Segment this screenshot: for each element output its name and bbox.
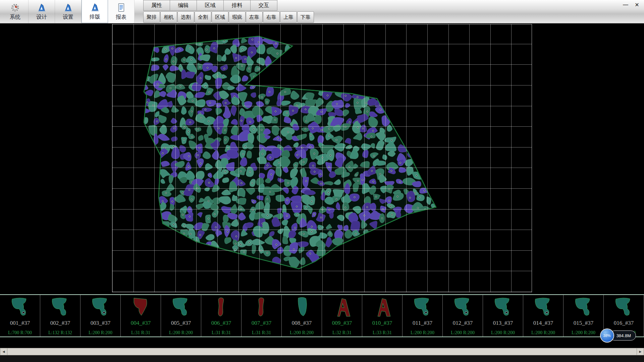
main-toolbar: 系统设计设置排版报表 [0,0,135,23]
design-icon [37,3,47,13]
piece-shape-icon [161,296,201,320]
piece-id-label: 012_#37 [453,320,473,326]
action-button-cut-all[interactable]: 全割 [195,11,211,23]
leather-hide-nest[interactable] [112,24,532,292]
piece-thumbnail-003_#37[interactable]: 003_#37L:200 R:200 [80,295,121,337]
action-button-align-bottom[interactable]: 下靠 [297,11,314,23]
piece-id-label: 004_#37 [131,320,151,326]
piece-shape-icon [41,296,80,320]
window-controls: — ✕ [621,1,641,8]
piece-shape-icon [564,296,603,320]
piece-lr-label: L:200 R:200 [411,330,434,336]
minimize-button[interactable]: — [621,1,630,8]
action-button-cluster-nest[interactable]: 聚排 [143,11,160,23]
scroll-left-button[interactable]: ◀ [0,348,7,355]
piece-id-label: 007_#37 [252,320,272,326]
toolbar-button-label: 系统 [10,14,20,21]
piece-thumbnail-013_#37[interactable]: 013_#37L:200 R:200 [483,295,523,337]
action-button-region[interactable]: 区域 [212,11,228,23]
piece-thumbnail-011_#37[interactable]: 011_#37L:200 R:200 [402,295,443,337]
piece-id-label: 013_#37 [493,320,513,326]
piece-thumbnail-002_#37[interactable]: 002_#37L:132 R:132 [40,295,80,337]
bottom-filler [0,355,644,362]
application-window: 系统设计设置排版报表 属性编辑区域排料交互 聚排相机选割全割区域瑕疵左靠右靠上靠… [0,0,644,362]
menu-tab-properties[interactable]: 属性 [143,0,170,11]
piece-lr-label: L:33 R:31 [373,330,392,336]
toolbar-button-design[interactable]: 设计 [29,0,55,23]
piece-id-label: 014_#37 [533,320,553,326]
toolbar-button-system[interactable]: 系统 [2,0,29,23]
piece-thumbnail-001_#37[interactable]: 001_#37L:700 R:700 [0,295,40,337]
action-button-bar: 聚排相机选割全割区域瑕疵左靠右靠上靠下靠 [143,11,314,23]
action-button-align-right[interactable]: 右靠 [263,11,280,23]
piece-shape-icon [403,296,442,320]
piece-id-label: 005_#37 [171,320,191,326]
piece-thumbnail-list: 001_#37L:700 R:700002_#37L:132 R:132003_… [0,295,644,337]
piece-shape-icon [282,296,322,320]
piece-id-label: 002_#37 [50,320,70,326]
piece-thumbnail-014_#37[interactable]: 014_#37L:200 R:200 [523,295,564,337]
piece-shape-icon [363,296,402,320]
piece-shape-icon [121,296,161,320]
piece-id-label: 011_#37 [413,320,432,326]
scroll-thumb[interactable] [7,348,637,355]
piece-shape-icon [443,296,483,320]
action-button-select-cut[interactable]: 选割 [177,11,194,23]
piece-shape-icon [524,296,563,320]
piece-lr-label: L:700 R:700 [8,330,32,336]
piece-id-label: 006_#37 [211,320,231,326]
menu-tab-region[interactable]: 区域 [197,0,224,11]
piece-id-label: 001_#37 [10,320,30,326]
toolbar-button-label: 报表 [116,14,126,21]
piece-shape-icon [0,296,40,320]
close-button[interactable]: ✕ [633,1,641,8]
scroll-right-button[interactable]: ▶ [637,348,644,355]
toolbar-button-label: 排版 [90,13,100,20]
piece-lr-label: L:200 R:200 [169,330,193,336]
piece-shape-icon [81,296,120,320]
menu-tab-interact[interactable]: 交互 [251,0,277,11]
toolbar-button-nesting[interactable]: 排版 [82,0,108,23]
piece-thumbnail-006_#37[interactable]: 006_#37L:31 R:31 [201,295,241,337]
piece-lr-label: L:32 R:31 [332,330,352,336]
menu-tab-edit[interactable]: 编辑 [170,0,197,11]
piece-lr-label: L:200 R:200 [89,330,112,336]
piece-thumbnail-015_#37[interactable]: 015_#37L:200 R:200 [564,295,604,337]
titlebar: 系统设计设置排版报表 属性编辑区域排料交互 聚排相机选割全割区域瑕疵左靠右靠上靠… [0,0,644,23]
piece-lr-label: L:31 R:31 [131,330,150,336]
menu-tab-nest[interactable]: 排料 [224,0,251,11]
piece-thumbnail-012_#37[interactable]: 012_#37L:200 R:200 [443,295,483,337]
piece-id-label: 003_#37 [91,320,111,326]
piece-shape-icon [483,296,523,320]
piece-lr-label: L:200 R:200 [451,330,475,336]
progress-badge: 38% [601,329,613,342]
nesting-grid-area[interactable] [112,24,532,292]
toolbar-button-settings[interactable]: 设置 [55,0,82,23]
action-button-align-left[interactable]: 左靠 [246,11,263,23]
settings-icon [63,3,73,13]
piece-lr-label: L:200 R:200 [290,330,314,336]
piece-lr-label: L:200 R:200 [491,330,515,336]
pieces-panel: 001_#37L:700 R:700002_#37L:132 R:132003_… [0,294,644,337]
action-button-align-top[interactable]: 上靠 [280,11,297,23]
piece-id-label: 008_#37 [292,320,312,326]
toolbar-button-report[interactable]: 报表 [108,0,135,23]
piece-thumbnail-008_#37[interactable]: 008_#37L:200 R:200 [282,295,322,337]
piece-lr-label: L:200 R:200 [572,330,595,336]
piece-thumbnail-010_#37[interactable]: 010_#37L:33 R:31 [362,295,402,337]
menu-tab-bar: 属性编辑区域排料交互 [143,0,314,11]
piece-lr-label: L:31 R:31 [252,330,271,336]
action-button-camera[interactable]: 相机 [160,11,177,23]
piece-thumbnail-005_#37[interactable]: 005_#37L:200 R:200 [161,295,201,337]
gear-icon [10,3,20,13]
horizontal-scrollbar[interactable]: ◀ ▶ [0,348,644,355]
toolbar-button-label: 设计 [36,14,47,21]
piece-thumbnail-007_#37[interactable]: 007_#37L:31 R:31 [241,295,282,337]
piece-thumbnail-009_#37[interactable]: 009_#37L:32 R:31 [322,295,362,337]
piece-thumbnail-004_#37[interactable]: 004_#37L:31 R:31 [121,295,161,337]
piece-lr-label: L:200 R:200 [531,330,555,336]
piece-id-label: 009_#37 [332,320,352,326]
nesting-canvas-area[interactable] [0,23,644,294]
action-button-defect[interactable]: 瑕疵 [229,11,246,23]
status-indicators: 38% 384.8M [601,329,636,342]
